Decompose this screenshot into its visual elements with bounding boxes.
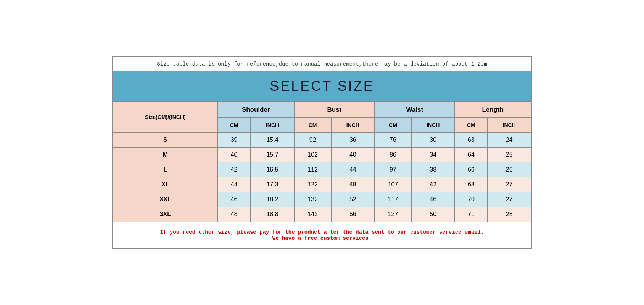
waist-inch-header: INCH [411, 117, 455, 132]
data-cell: 18.8 [251, 207, 294, 222]
data-cell: 52 [331, 192, 375, 207]
data-cell: 34 [411, 147, 455, 162]
table-row: L4216.51124497386626 [113, 162, 531, 177]
data-cell: 15.4 [251, 132, 294, 147]
data-cell: 86 [375, 147, 412, 162]
size-cell: S [113, 132, 218, 147]
data-cell: 42 [411, 177, 455, 192]
data-cell: 24 [488, 132, 531, 147]
data-cell: 40 [217, 147, 251, 162]
data-cell: 25 [488, 147, 531, 162]
data-cell: 16.5 [251, 162, 294, 177]
data-cell: 102 [294, 147, 331, 162]
data-cell: 27 [488, 192, 531, 207]
size-cell: XL [113, 177, 218, 192]
size-chart-container: Size table data is only for reference,du… [112, 56, 532, 249]
bust-inch-header: INCH [331, 117, 375, 132]
data-cell: 27 [488, 177, 531, 192]
size-cell: M [113, 147, 218, 162]
length-header: Length [455, 102, 531, 117]
data-cell: 76 [375, 132, 412, 147]
length-inch-header: INCH [488, 117, 531, 132]
size-column-header: Size(CM)/(INCH) [113, 102, 218, 132]
bust-header: Bust [294, 102, 374, 117]
data-cell: 30 [411, 132, 455, 147]
data-cell: 26 [488, 162, 531, 177]
data-cell: 97 [375, 162, 412, 177]
table-row: 3XL4818.814256127507128 [113, 207, 531, 222]
table-row: XXL4618.213252117467027 [113, 192, 531, 207]
data-cell: 112 [294, 162, 331, 177]
data-cell: 44 [331, 162, 375, 177]
table-row: M4015.71024086346425 [113, 147, 531, 162]
data-cell: 64 [455, 147, 488, 162]
table-row: S3915.4923676306324 [113, 132, 531, 147]
disclaimer-text: Size table data is only for reference,du… [113, 57, 531, 71]
data-cell: 17.3 [251, 177, 294, 192]
size-cell: L [113, 162, 218, 177]
data-cell: 36 [331, 132, 375, 147]
bust-cm-header: CM [294, 117, 331, 132]
data-cell: 66 [455, 162, 488, 177]
data-cell: 48 [217, 207, 251, 222]
data-cell: 71 [455, 207, 488, 222]
size-cell: XXL [113, 192, 218, 207]
shoulder-inch-header: INCH [251, 117, 294, 132]
data-cell: 50 [411, 207, 455, 222]
data-cell: 92 [294, 132, 331, 147]
size-cell: 3XL [113, 207, 218, 222]
waist-header: Waist [375, 102, 455, 117]
page-title: SELECT SIZE [113, 71, 531, 102]
table-row: XL4417.312248107426827 [113, 177, 531, 192]
data-cell: 28 [488, 207, 531, 222]
data-cell: 46 [411, 192, 455, 207]
footer-note: If you need other size, please pay for t… [113, 222, 531, 248]
size-table: Size(CM)/(INCH) Shoulder Bust Waist Leng… [113, 102, 531, 222]
data-cell: 107 [375, 177, 412, 192]
shoulder-cm-header: CM [217, 117, 251, 132]
data-cell: 48 [331, 177, 375, 192]
data-cell: 38 [411, 162, 455, 177]
data-cell: 142 [294, 207, 331, 222]
footer-line2: We have a free custom services. [117, 235, 527, 241]
data-cell: 127 [375, 207, 412, 222]
data-cell: 132 [294, 192, 331, 207]
footer-line1: If you need other size, please pay for t… [117, 229, 527, 235]
data-cell: 44 [217, 177, 251, 192]
data-cell: 42 [217, 162, 251, 177]
data-cell: 46 [217, 192, 251, 207]
data-cell: 15.7 [251, 147, 294, 162]
data-cell: 40 [331, 147, 375, 162]
data-cell: 70 [455, 192, 488, 207]
data-cell: 63 [455, 132, 488, 147]
waist-cm-header: CM [375, 117, 412, 132]
length-cm-header: CM [455, 117, 488, 132]
data-cell: 68 [455, 177, 488, 192]
data-cell: 18.2 [251, 192, 294, 207]
shoulder-header: Shoulder [217, 102, 294, 117]
data-cell: 39 [217, 132, 251, 147]
data-cell: 117 [375, 192, 412, 207]
data-cell: 56 [331, 207, 375, 222]
data-cell: 122 [294, 177, 331, 192]
